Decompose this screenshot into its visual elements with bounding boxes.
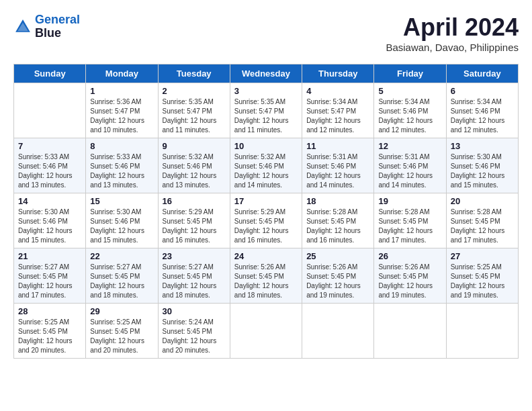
day-info: Sunrise: 5:31 AMSunset: 5:46 PMDaylight:…	[306, 152, 369, 190]
calendar-cell: 25Sunrise: 5:26 AMSunset: 5:45 PMDayligh…	[302, 248, 374, 304]
calendar-cell: 11Sunrise: 5:31 AMSunset: 5:46 PMDayligh…	[302, 138, 374, 193]
calendar-cell: 23Sunrise: 5:27 AMSunset: 5:45 PMDayligh…	[158, 248, 230, 304]
logo: General Blue	[13, 13, 80, 40]
day-info: Sunrise: 5:25 AMSunset: 5:45 PMDaylight:…	[18, 318, 81, 355]
calendar-cell: 21Sunrise: 5:27 AMSunset: 5:45 PMDayligh…	[14, 248, 86, 304]
calendar-cell: 16Sunrise: 5:29 AMSunset: 5:45 PMDayligh…	[158, 193, 230, 248]
day-number: 4	[306, 86, 369, 96]
day-number: 12	[378, 141, 441, 151]
day-info: Sunrise: 5:35 AMSunset: 5:47 PMDaylight:…	[234, 97, 298, 135]
weekday-header-thursday: Thursday	[302, 64, 374, 83]
calendar-cell: 1Sunrise: 5:36 AMSunset: 5:47 PMDaylight…	[86, 83, 158, 138]
calendar-cell: 29Sunrise: 5:25 AMSunset: 5:45 PMDayligh…	[86, 304, 158, 359]
day-info: Sunrise: 5:28 AMSunset: 5:45 PMDaylight:…	[306, 208, 369, 245]
calendar-cell: 15Sunrise: 5:30 AMSunset: 5:46 PMDayligh…	[86, 193, 158, 248]
calendar-cell: 27Sunrise: 5:25 AMSunset: 5:45 PMDayligh…	[446, 248, 518, 304]
weekday-header-sunday: Sunday	[14, 64, 86, 83]
day-info: Sunrise: 5:34 AMSunset: 5:47 PMDaylight:…	[306, 97, 369, 135]
calendar-cell: 17Sunrise: 5:29 AMSunset: 5:45 PMDayligh…	[230, 193, 302, 248]
day-number: 23	[163, 251, 226, 261]
day-info: Sunrise: 5:25 AMSunset: 5:45 PMDaylight:…	[451, 263, 514, 300]
day-number: 27	[451, 251, 514, 261]
weekday-header-wednesday: Wednesday	[230, 64, 302, 83]
calendar-cell	[230, 304, 302, 359]
calendar-cell: 22Sunrise: 5:27 AMSunset: 5:45 PMDayligh…	[86, 248, 158, 304]
day-info: Sunrise: 5:29 AMSunset: 5:45 PMDaylight:…	[163, 208, 226, 245]
calendar-cell: 13Sunrise: 5:30 AMSunset: 5:46 PMDayligh…	[446, 138, 518, 193]
calendar-cell: 14Sunrise: 5:30 AMSunset: 5:46 PMDayligh…	[14, 193, 86, 248]
day-number: 13	[451, 141, 514, 151]
day-info: Sunrise: 5:32 AMSunset: 5:46 PMDaylight:…	[234, 152, 298, 190]
calendar-cell	[446, 304, 518, 359]
day-info: Sunrise: 5:26 AMSunset: 5:45 PMDaylight:…	[306, 263, 369, 300]
day-number: 22	[90, 251, 153, 261]
calendar-cell: 9Sunrise: 5:32 AMSunset: 5:46 PMDaylight…	[158, 138, 230, 193]
calendar-cell: 2Sunrise: 5:35 AMSunset: 5:47 PMDaylight…	[158, 83, 230, 138]
day-number: 10	[234, 141, 298, 151]
day-info: Sunrise: 5:34 AMSunset: 5:46 PMDaylight:…	[451, 97, 514, 135]
calendar-cell: 12Sunrise: 5:31 AMSunset: 5:46 PMDayligh…	[374, 138, 446, 193]
day-number: 16	[163, 196, 226, 206]
day-number: 24	[234, 251, 298, 261]
day-info: Sunrise: 5:26 AMSunset: 5:45 PMDaylight:…	[234, 263, 298, 300]
day-number: 3	[234, 86, 298, 96]
calendar-cell: 18Sunrise: 5:28 AMSunset: 5:45 PMDayligh…	[302, 193, 374, 248]
calendar-cell	[302, 304, 374, 359]
calendar-cell: 30Sunrise: 5:24 AMSunset: 5:45 PMDayligh…	[158, 304, 230, 359]
weekday-header-saturday: Saturday	[446, 64, 518, 83]
weekday-header-monday: Monday	[86, 64, 158, 83]
day-info: Sunrise: 5:33 AMSunset: 5:46 PMDaylight:…	[18, 152, 81, 190]
calendar-cell: 20Sunrise: 5:28 AMSunset: 5:45 PMDayligh…	[446, 193, 518, 248]
day-number: 28	[18, 306, 81, 316]
day-number: 5	[378, 86, 441, 96]
day-info: Sunrise: 5:27 AMSunset: 5:45 PMDaylight:…	[90, 263, 153, 300]
calendar-cell: 5Sunrise: 5:34 AMSunset: 5:46 PMDaylight…	[374, 83, 446, 138]
day-number: 30	[163, 306, 226, 316]
calendar-cell: 24Sunrise: 5:26 AMSunset: 5:45 PMDayligh…	[230, 248, 302, 304]
day-number: 1	[90, 86, 153, 96]
page-header: General Blue April 2024 Basiawan, Davao,…	[13, 13, 519, 53]
weekday-header-friday: Friday	[374, 64, 446, 83]
day-info: Sunrise: 5:35 AMSunset: 5:47 PMDaylight:…	[163, 97, 226, 135]
day-info: Sunrise: 5:27 AMSunset: 5:45 PMDaylight:…	[18, 263, 81, 300]
day-info: Sunrise: 5:28 AMSunset: 5:45 PMDaylight:…	[378, 208, 441, 245]
calendar-cell: 3Sunrise: 5:35 AMSunset: 5:47 PMDaylight…	[230, 83, 302, 138]
calendar-cell: 4Sunrise: 5:34 AMSunset: 5:47 PMDaylight…	[302, 83, 374, 138]
calendar-cell: 6Sunrise: 5:34 AMSunset: 5:46 PMDaylight…	[446, 83, 518, 138]
day-info: Sunrise: 5:24 AMSunset: 5:45 PMDaylight:…	[163, 318, 226, 355]
day-number: 15	[90, 196, 153, 206]
day-info: Sunrise: 5:27 AMSunset: 5:45 PMDaylight:…	[163, 263, 226, 300]
day-number: 20	[451, 196, 514, 206]
calendar-table: SundayMondayTuesdayWednesdayThursdayFrid…	[13, 64, 519, 359]
calendar-cell: 26Sunrise: 5:26 AMSunset: 5:45 PMDayligh…	[374, 248, 446, 304]
day-number: 19	[378, 196, 441, 206]
day-number: 18	[306, 196, 369, 206]
day-number: 8	[90, 141, 153, 151]
day-info: Sunrise: 5:32 AMSunset: 5:46 PMDaylight:…	[163, 152, 226, 190]
day-number: 21	[18, 251, 81, 261]
weekday-header-tuesday: Tuesday	[158, 64, 230, 83]
calendar-cell: 8Sunrise: 5:33 AMSunset: 5:46 PMDaylight…	[86, 138, 158, 193]
day-number: 7	[18, 141, 81, 151]
day-info: Sunrise: 5:29 AMSunset: 5:45 PMDaylight:…	[234, 208, 298, 245]
day-number: 25	[306, 251, 369, 261]
day-info: Sunrise: 5:33 AMSunset: 5:46 PMDaylight:…	[90, 152, 153, 190]
day-number: 17	[234, 196, 298, 206]
day-number: 9	[163, 141, 226, 151]
day-info: Sunrise: 5:26 AMSunset: 5:45 PMDaylight:…	[378, 263, 441, 300]
title-block: April 2024 Basiawan, Davao, Philippines	[386, 13, 519, 53]
calendar-cell	[374, 304, 446, 359]
calendar-cell	[14, 83, 86, 138]
day-number: 29	[90, 306, 153, 316]
subtitle: Basiawan, Davao, Philippines	[386, 42, 519, 53]
day-number: 11	[306, 141, 369, 151]
month-title: April 2024	[386, 13, 519, 42]
day-info: Sunrise: 5:36 AMSunset: 5:47 PMDaylight:…	[90, 97, 153, 135]
calendar-cell: 28Sunrise: 5:25 AMSunset: 5:45 PMDayligh…	[14, 304, 86, 359]
day-info: Sunrise: 5:34 AMSunset: 5:46 PMDaylight:…	[378, 97, 441, 135]
day-info: Sunrise: 5:30 AMSunset: 5:46 PMDaylight:…	[451, 152, 514, 190]
day-info: Sunrise: 5:30 AMSunset: 5:46 PMDaylight:…	[18, 208, 81, 245]
day-info: Sunrise: 5:30 AMSunset: 5:46 PMDaylight:…	[90, 208, 153, 245]
day-number: 2	[163, 86, 226, 96]
day-number: 26	[378, 251, 441, 261]
